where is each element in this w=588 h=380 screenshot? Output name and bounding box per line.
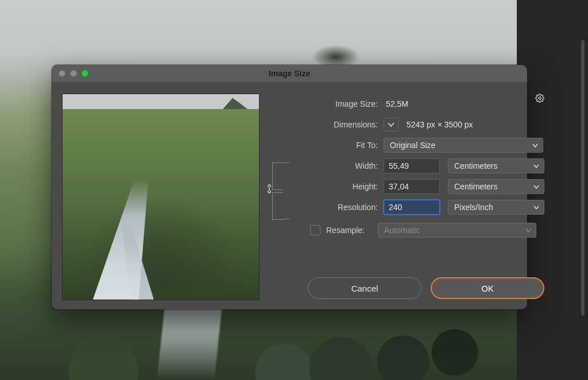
resample-method-select: Automatic [378,223,536,238]
fit-to-select[interactable]: Original Size [384,138,543,153]
height-unit-value: Centimeters [454,182,497,191]
cancel-button[interactable]: Cancel [308,277,421,299]
height-unit-select[interactable]: Centimeters [448,179,544,194]
resolution-unit-value: Pixels/Inch [454,203,493,212]
chevron-down-icon [533,161,539,170]
chevron-down-icon [533,203,539,212]
settings-gear-icon[interactable] [535,94,544,104]
dimensions-label: Dimensions: [270,120,384,129]
resolution-unit-select[interactable]: Pixels/Inch [448,200,544,215]
form-area: Image Size: 52,5M Dimensions: 5243 px × … [260,94,544,299]
titlebar[interactable]: Image Size [52,65,527,82]
resample-label: Resample: [326,226,378,235]
constrain-bracket-top [272,162,283,190]
height-input[interactable] [384,179,440,194]
height-label: Height: [270,182,384,191]
chevron-down-icon [532,141,538,150]
constrain-bracket-bottom [272,192,283,220]
constrain-proportions-icon[interactable] [265,183,273,196]
fit-to-value: Original Size [390,141,435,150]
resample-checkbox[interactable] [310,225,320,235]
width-unit-value: Centimeters [454,161,497,170]
dialog-title: Image Size [52,69,527,78]
dialog-buttons: Cancel OK [308,277,544,299]
resolution-label: Resolution: [270,203,384,212]
preview-thumbnail[interactable] [62,94,260,300]
dialog-content: Image Size: 52,5M Dimensions: 5243 px × … [52,82,527,309]
width-input[interactable] [384,158,440,173]
dimensions-unit-toggle[interactable] [384,118,399,131]
svg-point-0 [539,97,541,99]
width-unit-select[interactable]: Centimeters [448,158,544,173]
image-size-label: Image Size: [270,99,384,108]
image-size-dialog: Image Size Image Size: 52,5M [52,65,527,309]
resolution-input[interactable] [384,200,440,215]
image-size-value: 52,5M [384,99,408,108]
panel-scrollbar[interactable] [581,40,585,316]
fit-to-label: Fit To: [270,141,384,150]
resample-method-value: Automatic [384,226,420,235]
chevron-down-icon [525,226,531,235]
dimensions-value: 5243 px × 3500 px [404,120,473,129]
ok-button[interactable]: OK [431,277,544,299]
chevron-down-icon [533,182,539,191]
